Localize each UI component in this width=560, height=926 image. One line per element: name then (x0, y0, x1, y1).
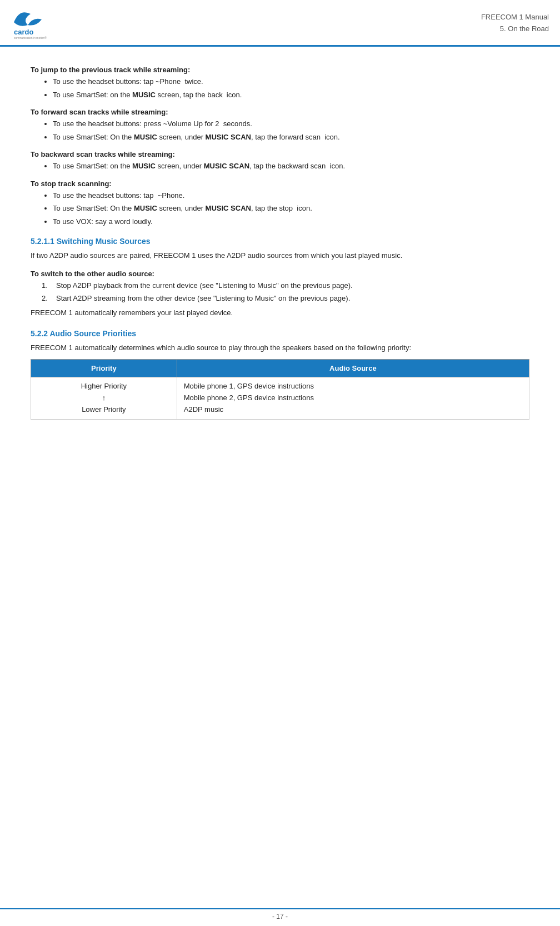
list-item: 1.Stop A2DP playback from the current de… (42, 280, 529, 291)
table-row: Higher Priority↑Lower Priority Mobile ph… (31, 377, 529, 419)
forward-list: To use the headset buttons: press ~Volum… (53, 118, 529, 142)
chapter-title: 5. On the Road (72, 23, 549, 35)
stop-list: To use the headset buttons: tap ~Phone. … (53, 190, 529, 227)
list-item: To use the headset buttons: tap ~Phone. (53, 190, 529, 201)
forward-heading: To forward scan tracks while streaming: (31, 108, 529, 116)
jump-heading: To jump to the previous track while stre… (31, 66, 529, 74)
logo: cardo communication in motion® (11, 6, 72, 41)
list-item: To use the headset buttons: tap ~Phone t… (53, 76, 529, 87)
audio-source-row1: Mobile phone 1, GPS device instructions (184, 382, 314, 390)
list-item: To use SmartSet: On the MUSIC screen, un… (53, 203, 529, 214)
audio-subheading: 5.2.2 Audio Source Priorities (31, 329, 529, 338)
jump-list: To use the headset buttons: tap ~Phone t… (53, 76, 529, 100)
page-number: - 17 - (272, 913, 288, 920)
list-item: To use SmartSet: On the MUSIC screen, un… (53, 132, 529, 143)
switching-subheading: 5.2.1.1 Switching Music Sources (31, 237, 529, 246)
switch-steps-list: 1.Stop A2DP playback from the current de… (42, 280, 529, 304)
svg-text:communication in motion®: communication in motion® (14, 36, 47, 39)
svg-text:cardo: cardo (14, 28, 33, 36)
manual-title: FREECOM 1 Manual (72, 12, 549, 23)
table-priority-cell: Higher Priority↑Lower Priority (31, 377, 177, 419)
priority-table: Priority Audio Source Higher Priority↑Lo… (31, 359, 529, 419)
page-header: cardo communication in motion® FREECOM 1… (0, 0, 560, 47)
audio-source-row3: A2DP music (184, 405, 223, 414)
list-item: To use the headset buttons: press ~Volum… (53, 118, 529, 130)
audio-source-row2: Mobile phone 2, GPS device instructions (184, 394, 314, 402)
table-header-priority: Priority (31, 360, 177, 377)
cardo-logo: cardo communication in motion® (11, 6, 72, 39)
list-item: To use SmartSet: on the MUSIC screen, ta… (53, 89, 529, 101)
switching-para: If two A2DP audio sources are paired, FR… (31, 250, 529, 262)
audio-para: FREECOM 1 automatically determines which… (31, 342, 529, 354)
list-item: To use SmartSet: on the MUSIC screen, un… (53, 161, 529, 172)
switch-other-heading: To switch to the other audio source: (31, 270, 529, 278)
backward-list: To use SmartSet: on the MUSIC screen, un… (53, 161, 529, 172)
main-content: To jump to the previous track while stre… (0, 47, 560, 442)
stop-heading: To stop track scanning: (31, 180, 529, 188)
page-footer: - 17 - (0, 908, 560, 920)
table-header-audio-source: Audio Source (177, 360, 529, 377)
backward-heading: To backward scan tracks while streaming: (31, 150, 529, 158)
table-audio-source-cell: Mobile phone 1, GPS device instructions … (177, 377, 529, 419)
list-item: To use VOX: say a word loudly. (53, 216, 529, 227)
list-item: 2.Start A2DP streaming from the other de… (42, 293, 529, 304)
switch-note: FREECOM 1 automatically remembers your l… (31, 307, 529, 319)
header-title: FREECOM 1 Manual 5. On the Road (72, 12, 549, 35)
